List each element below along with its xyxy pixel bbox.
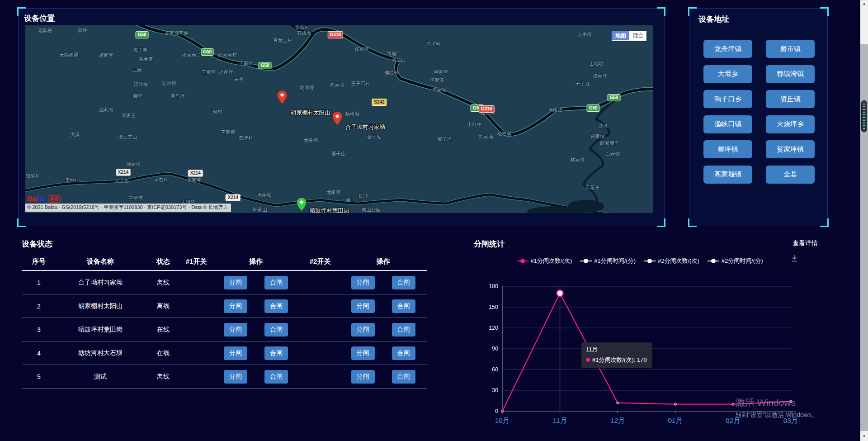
open-switch1-button[interactable]: 分闸 — [224, 276, 247, 289]
close-switch1-button[interactable]: 合闸 — [264, 346, 288, 360]
map-place-label: 杨树坳 — [345, 111, 359, 117]
address-button-都镇湾镇[interactable]: 都镇湾镇 — [766, 65, 815, 83]
map-type-map-button[interactable]: 地图 — [612, 31, 629, 41]
row-index: 3 — [22, 326, 56, 333]
map-place-label: 下渔口 — [341, 197, 355, 203]
map-pin-icon[interactable] — [277, 90, 287, 104]
address-button-磨市镇[interactable]: 磨市镇 — [766, 40, 815, 58]
close-switch2-button[interactable]: 合闸 — [392, 370, 415, 384]
panel-corner — [688, 7, 697, 16]
device-status-title: 设备状态 — [22, 239, 52, 249]
close-switch1-button[interactable]: 合闸 — [264, 276, 288, 289]
legend-label: #2分闸时间/(分) — [722, 257, 763, 265]
map-marker-label: 晒鼓坪村荒田岗 — [310, 207, 349, 213]
address-button-贺家坪镇[interactable]: 贺家坪镇 — [766, 140, 815, 158]
map-place-label: 岩村 — [212, 109, 222, 115]
address-button-资丘镇[interactable]: 资丘镇 — [766, 90, 815, 108]
map-place-label: 王子石村 — [351, 81, 370, 87]
open-switch1-button[interactable]: 分闸 — [224, 299, 247, 313]
table-row: 1合子坳村习家坳离线分闸合闸分闸合闸 — [22, 271, 427, 294]
address-button-龙舟坪镇[interactable]: 龙舟坪镇 — [703, 40, 752, 58]
address-button-火烧坪乡[interactable]: 火烧坪乡 — [766, 115, 815, 133]
map-place-label: 沁水坝 — [162, 81, 176, 87]
view-details-link[interactable]: 查看详情 — [793, 239, 818, 247]
map-place-label: 咕噜垭 — [300, 85, 314, 91]
open-switch2-button[interactable]: 分闸 — [351, 299, 375, 313]
open-switch1-button[interactable]: 分闸 — [224, 323, 247, 337]
legend-item[interactable]: #1分闸次数/(次) — [517, 257, 572, 265]
svg-text:10月: 10月 — [495, 417, 510, 424]
switch2-operations: 分闸合闸 — [339, 276, 427, 289]
close-switch1-button[interactable]: 合闸 — [264, 299, 288, 313]
close-switch1-button[interactable]: 合闸 — [264, 370, 288, 384]
map-place-label: 大溪 — [70, 132, 80, 138]
device-location-title: 设备位置 — [24, 13, 55, 24]
legend-item[interactable]: #1分闸时间/(分) — [580, 257, 636, 265]
open-switch2-button[interactable]: 分闸 — [351, 346, 375, 360]
legend-label: #1分闸时间/(分) — [594, 257, 636, 265]
address-button-渔峡口镇[interactable]: 渔峡口镇 — [703, 115, 752, 133]
map-place-label: 龙舟坪 — [304, 138, 318, 144]
chart-legend: #1分闸次数/(次)#1分闸时间/(分)#2分闸次数/(次)#2分闸时间/(分) — [484, 257, 796, 265]
switch2-operations: 分闸合闸 — [339, 299, 427, 313]
map-place-label: 何家湾 — [434, 69, 448, 76]
map-place-label: 张家台子 — [182, 52, 201, 58]
open-switch2-button[interactable]: 分闸 — [351, 323, 375, 337]
map-pin-icon[interactable] — [332, 112, 342, 125]
map-place-label: 枇杷溪 — [497, 131, 511, 137]
map-place-label: 彭家河村 — [218, 52, 237, 58]
scrollbar-down-arrow[interactable]: ▼ — [860, 431, 868, 441]
map-place-label: 施家垭 — [187, 177, 202, 184]
legend-item[interactable]: #2分闸时间/(分) — [708, 257, 763, 265]
map-place-label: 火石包 — [154, 177, 168, 184]
address-button-榔坪镇[interactable]: 榔坪镇 — [703, 140, 752, 158]
open-switch1-button[interactable]: 分闸 — [224, 346, 247, 360]
scrollbar-track-top[interactable] — [860, 8, 868, 44]
svg-text:11月: 11月 — [553, 417, 567, 424]
table-row: 2胡家棚村太阳山离线分闸合闸分闸合闸 — [22, 294, 427, 318]
map-pin-icon[interactable] — [297, 198, 307, 211]
map-place-label: 天柱山 — [65, 177, 80, 184]
scrollbar-thumb[interactable] — [861, 100, 867, 132]
address-button-大堰乡[interactable]: 大堰乡 — [703, 65, 752, 83]
map-place-label: 小田冲 — [467, 122, 481, 128]
address-button-全县[interactable]: 全县 — [766, 166, 815, 184]
dashboard: 设备位置 笔架槽洞坪高家堰互通天鹅抱蛋胡家湾梅子溪紫金寨二墩流沙坡沁水坝腰坪跑马… — [0, 0, 868, 441]
road-badge-G318: G318 — [479, 105, 494, 113]
map-place-label: 人字岩 — [115, 178, 129, 184]
svg-text:01月: 01月 — [668, 417, 683, 424]
close-switch1-button[interactable]: 合闸 — [264, 323, 288, 337]
open-switch2-button[interactable]: 分闸 — [351, 370, 375, 384]
baidu-logo: Baidu 地图 — [27, 194, 61, 203]
table-row: 4塘坊河村大石坝在线分闸合闸分闸合闸 — [22, 341, 427, 365]
address-button-高家堰镇[interactable]: 高家堰镇 — [703, 166, 752, 184]
column-header: 序号 — [22, 257, 56, 266]
window-scrollbar[interactable]: ▲ ▼ — [860, 0, 868, 441]
column-header: 状态 — [145, 257, 182, 266]
panel-corner — [820, 7, 829, 16]
svg-text:150: 150 — [489, 304, 498, 310]
baidu-map[interactable]: 笔架槽洞坪高家堰互通天鹅抱蛋胡家湾梅子溪紫金寨二墩流沙坡沁水坝腰坪跑马坪渡家沟邓… — [25, 25, 653, 213]
map-place-label: 商垴口 — [387, 51, 401, 57]
close-switch2-button[interactable]: 合闸 — [392, 323, 415, 337]
row-index: 4 — [22, 350, 56, 357]
road-badge-G50: G50 — [587, 104, 600, 112]
map-place-label: 莲子山 — [331, 151, 346, 157]
map-place-label: 阴阳坡村 — [25, 173, 40, 180]
map-marker-label: 合子坳村习家坳 — [345, 123, 385, 131]
tooltip-category: 11月 — [586, 346, 647, 354]
map-place-label: 笔架槽 — [38, 28, 52, 34]
close-switch2-button[interactable]: 合闸 — [392, 276, 415, 289]
scrollbar-up-arrow[interactable]: ▲ — [860, 0, 868, 8]
open-switch2-button[interactable]: 分闸 — [351, 276, 375, 289]
legend-item[interactable]: #2分闸次数/(次) — [644, 257, 699, 265]
open-switch1-button[interactable]: 分闸 — [224, 370, 247, 384]
device-location-panel: 设备位置 笔架槽洞坪高家堰互通天鹅抱蛋胡家湾梅子溪紫金寨二墩流沙坡沁水坝腰坪跑马… — [18, 8, 665, 226]
table-row: 3晒鼓坪村荒田岗在线分闸合闸分闸合闸 — [22, 318, 427, 341]
address-button-鸭子口乡[interactable]: 鸭子口乡 — [703, 90, 752, 108]
tooltip-value-text: #1分闸次数/(次): 170 — [592, 356, 647, 363]
close-switch2-button[interactable]: 合闸 — [392, 299, 415, 313]
close-switch2-button[interactable]: 合闸 — [392, 346, 415, 360]
device-address-title: 设备地址 — [698, 14, 729, 24]
map-type-hybrid-button[interactable]: 混合 — [629, 31, 646, 41]
